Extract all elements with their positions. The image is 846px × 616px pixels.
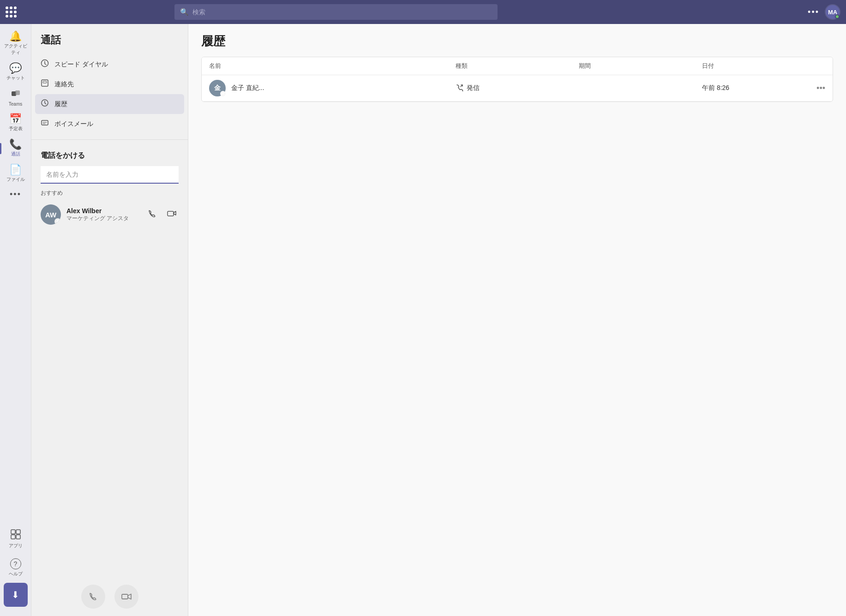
panel-divider <box>31 139 188 140</box>
sidebar-label-calls: 通話 <box>11 151 20 157</box>
activity-icon: 🔔 <box>9 31 22 42</box>
top-bar: 🔍 ••• MA <box>0 0 846 24</box>
sidebar-label-teams: Teams <box>9 102 22 107</box>
row-more-button[interactable]: ••• <box>816 84 825 93</box>
user-avatar[interactable]: MA <box>825 4 840 20</box>
calendar-icon: 📅 <box>9 114 22 124</box>
sidebar-item-more[interactable]: ••• <box>0 186 31 202</box>
sidebar-item-teams[interactable]: Teams <box>0 85 31 110</box>
apps-icon <box>11 529 21 541</box>
suggestion-call-button[interactable] <box>145 207 159 223</box>
sidebar-item-calls[interactable]: 📞 通話 <box>0 136 31 161</box>
svg-rect-10 <box>42 120 48 125</box>
suggestion-name: Alex Wilber <box>66 207 140 215</box>
row-name-cell: 金 ⊕ 金子 直紀... <box>209 80 456 96</box>
sidebar-bottom: アプリ ? ヘルプ ⬇ <box>4 526 28 612</box>
suggestion-video-button[interactable] <box>165 207 179 223</box>
suggestion-info: Alex Wilber マーケティング アシスタ <box>66 207 140 222</box>
content-title: 履歴 <box>188 24 846 57</box>
header-duration: 期間 <box>579 62 702 70</box>
speed-dial-icon <box>41 59 49 70</box>
sidebar-item-apps[interactable]: アプリ <box>4 526 28 553</box>
row-date: 午前 8:26 <box>702 84 729 92</box>
panel-title: 通話 <box>31 24 188 53</box>
name-input[interactable] <box>41 166 179 184</box>
call-section: 電話をかける おすすめ AW ⚙ Alex Wilber マーケティング アシス… <box>31 144 188 235</box>
svg-rect-12 <box>122 594 128 599</box>
row-name: 金子 直紀... <box>231 84 264 92</box>
files-icon: 📄 <box>9 165 22 175</box>
suggestion-avatar: AW ⚙ <box>41 204 61 225</box>
sidebar-item-files[interactable]: 📄 ファイル <box>0 161 31 186</box>
svg-rect-3 <box>16 530 20 534</box>
table-header: 名前 種類 期間 日付 <box>202 57 833 75</box>
online-status-badge <box>835 14 840 19</box>
more-icon: ••• <box>10 190 21 198</box>
download-icon: ⬇ <box>12 589 19 600</box>
svg-rect-1 <box>15 90 20 95</box>
dial-video-button[interactable] <box>114 585 138 609</box>
outgoing-call-icon <box>456 84 464 93</box>
panel-navigation: スピード ダイヤル 連絡先 <box>31 53 188 136</box>
search-input[interactable] <box>192 8 492 16</box>
content-area: 履歴 名前 種類 期間 日付 金 ⊕ 金子 直紀... <box>188 24 846 616</box>
svg-rect-11 <box>168 211 174 216</box>
sidebar-item-chat[interactable]: 💬 チャット <box>0 60 31 85</box>
top-right-area: ••• MA <box>808 4 840 20</box>
dial-call-button[interactable] <box>81 585 105 609</box>
calls-panel: 通話 スピード ダイヤル <box>31 24 188 616</box>
table-row[interactable]: 金 ⊕ 金子 直紀... 発信 <box>202 75 833 102</box>
sidebar-label-chat: チャット <box>6 75 25 81</box>
history-table: 名前 種類 期間 日付 金 ⊕ 金子 直紀... <box>201 57 833 102</box>
sidebar-label-calendar: 予定表 <box>9 126 23 132</box>
contact-avatar: 金 ⊕ <box>209 80 226 96</box>
nav-voicemail[interactable]: ボイスメール <box>35 114 184 134</box>
svg-rect-8 <box>43 81 47 83</box>
suggestion-avatar-badge: ⚙ <box>54 218 61 225</box>
header-type: 種類 <box>456 62 579 70</box>
download-button[interactable]: ⬇ <box>4 583 28 607</box>
calls-icon: 📞 <box>9 139 22 150</box>
topbar-more-button[interactable]: ••• <box>808 7 819 17</box>
suggestion-avatar-text: AW <box>45 211 56 219</box>
search-icon: 🔍 <box>180 8 189 16</box>
nav-speed-dial-label: スピード ダイヤル <box>54 60 108 69</box>
row-date-cell: 午前 8:26 ••• <box>702 84 825 93</box>
sidebar-item-activity[interactable]: 🔔 アクティビティ <box>0 28 31 60</box>
voicemail-icon <box>41 119 49 129</box>
contacts-icon <box>41 79 49 90</box>
header-date: 日付 <box>702 62 825 70</box>
search-bar[interactable]: 🔍 <box>174 4 498 20</box>
teams-icon <box>11 89 21 100</box>
history-icon <box>41 99 49 109</box>
sidebar-label-files: ファイル <box>6 176 25 183</box>
nav-voicemail-label: ボイスメール <box>54 120 93 128</box>
suggestion-label: おすすめ <box>41 189 179 197</box>
nav-history[interactable]: 履歴 <box>35 94 184 114</box>
svg-rect-2 <box>11 530 15 534</box>
main-layout: 🔔 アクティビティ 💬 チャット Teams 📅 予定表 <box>0 24 846 616</box>
row-type-cell: 発信 <box>456 84 579 93</box>
help-icon: ? <box>10 558 21 569</box>
call-section-title: 電話をかける <box>41 151 179 161</box>
chat-icon: 💬 <box>9 63 22 73</box>
row-type: 発信 <box>467 84 480 92</box>
sidebar-item-calendar[interactable]: 📅 予定表 <box>0 110 31 136</box>
app-launcher[interactable] <box>6 6 17 18</box>
sidebar-label-help: ヘルプ <box>9 571 23 577</box>
svg-rect-4 <box>11 535 15 539</box>
bottom-call-buttons <box>31 577 188 616</box>
nav-speed-dial[interactable]: スピード ダイヤル <box>35 54 184 74</box>
nav-contacts[interactable]: 連絡先 <box>35 74 184 94</box>
sidebar-label-activity: アクティビティ <box>2 43 29 56</box>
contact-avatar-text: 金 <box>214 84 221 92</box>
name-input-container <box>41 166 179 184</box>
sidebar: 🔔 アクティビティ 💬 チャット Teams 📅 予定表 <box>0 24 31 616</box>
suggestion-actions <box>145 207 179 223</box>
suggestion-item: AW ⚙ Alex Wilber マーケティング アシスタ <box>41 202 179 227</box>
svg-rect-5 <box>16 535 20 539</box>
sidebar-label-apps: アプリ <box>9 543 23 549</box>
contact-avatar-badge: ⊕ <box>220 91 226 96</box>
sidebar-item-help[interactable]: ? ヘルプ <box>4 555 28 581</box>
header-name: 名前 <box>209 62 456 70</box>
